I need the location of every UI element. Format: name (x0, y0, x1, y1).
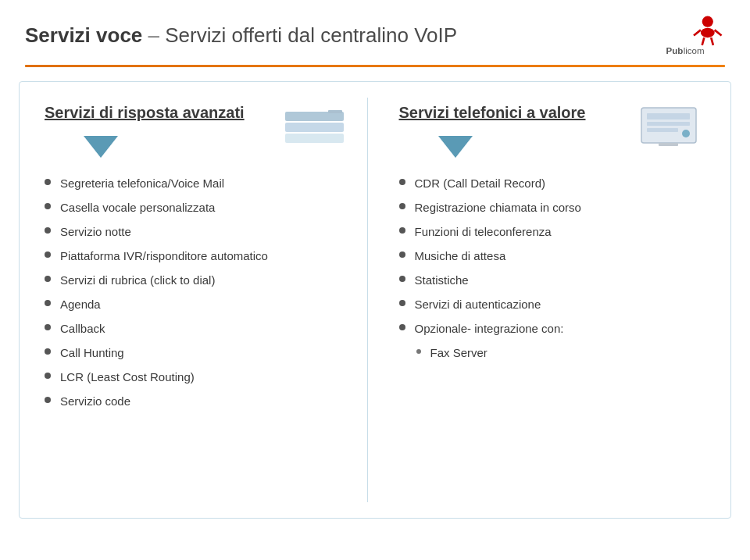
list-item: LCR (Least Cost Routing) (45, 369, 352, 385)
list-item: Agenda (45, 296, 352, 312)
bullet-icon (399, 251, 405, 258)
bullet-icon (45, 300, 51, 306)
left-column: Servizi di risposta avanzati (45, 98, 368, 502)
bullet-icon (45, 397, 51, 403)
list-item: Piattaforma IVR/risponditore automatico (45, 248, 352, 264)
right-top: Servizi telefonici a valore (399, 98, 706, 172)
right-section-heading: Servizi telefonici a valore (399, 104, 620, 122)
left-arrow-wrapper (68, 136, 266, 158)
left-arrow-down (84, 136, 118, 158)
svg-rect-11 (328, 110, 342, 113)
svg-text:Pub: Pub (666, 47, 683, 56)
right-bullet-list: CDR (Call Detail Record) Registrazione c… (399, 175, 706, 361)
page-header: Servizi voce – Servizi offerti dal centr… (0, 0, 750, 65)
svg-text:licom: licom (684, 47, 705, 56)
bullet-icon (399, 300, 405, 306)
left-header-group: Servizi di risposta avanzati (45, 98, 266, 172)
bullet-icon (45, 348, 51, 355)
left-top: Servizi di risposta avanzati (45, 98, 352, 172)
list-item: Casella vocale personalizzata (45, 199, 352, 216)
svg-line-5 (711, 37, 713, 45)
bullet-icon-small (416, 349, 421, 354)
bullet-icon (399, 179, 405, 185)
title-rest: Servizi offerti dal centralino VoIP (165, 23, 457, 47)
svg-line-4 (702, 37, 705, 45)
right-header-group: Servizi telefonici a valore (399, 98, 620, 172)
right-arrow-down (438, 136, 473, 158)
svg-point-16 (682, 130, 690, 137)
list-item: Funzioni di teleconferenza (399, 223, 706, 240)
left-device-image (281, 104, 352, 151)
bullet-icon (399, 324, 405, 330)
bullet-icon (45, 203, 51, 209)
logo: Pub licom (662, 14, 725, 57)
svg-line-3 (715, 30, 722, 35)
list-item: Callback (45, 320, 352, 337)
svg-rect-14 (647, 122, 690, 126)
list-item: Musiche di attesa (399, 248, 706, 264)
list-item: Statistiche (399, 272, 706, 288)
list-item: Servizi di autenticazione (399, 296, 706, 312)
bullet-icon (45, 227, 51, 234)
right-arrow-wrapper (423, 136, 620, 158)
bullet-icon (45, 373, 51, 379)
left-bullet-list: Segreteria telefonica/Voice Mail Casella… (45, 175, 352, 409)
svg-rect-9 (285, 123, 344, 132)
list-item: Opzionale- integrazione con: (399, 320, 706, 337)
list-item: CDR (Call Detail Record) (399, 175, 706, 191)
list-item: Servizio code (45, 393, 352, 409)
list-item-fax-server: Fax Server (416, 344, 706, 361)
svg-rect-15 (647, 128, 678, 132)
list-item: Registrazione chiamata in corso (399, 199, 706, 216)
list-item-call-hunting: Call Hunting (45, 344, 352, 361)
bullet-icon (399, 276, 405, 282)
svg-rect-13 (647, 113, 690, 119)
header-divider (25, 65, 725, 67)
bullet-icon (45, 251, 51, 258)
bullet-icon (45, 324, 51, 330)
list-item: Servizi di rubrica (click to dial) (45, 272, 352, 288)
bullet-icon (45, 179, 51, 185)
svg-rect-17 (659, 143, 678, 146)
title-dash: – (148, 23, 159, 47)
right-device-image (635, 104, 705, 151)
publicom-logo-svg: Pub licom (662, 14, 725, 57)
svg-point-0 (702, 16, 713, 27)
bullet-icon (45, 276, 51, 282)
list-item: Segreteria telefonica/Voice Mail (45, 175, 352, 191)
svg-line-2 (694, 30, 701, 35)
bullet-icon (399, 203, 405, 209)
svg-rect-10 (285, 134, 344, 143)
page-title: Servizi voce – Servizi offerti dal centr… (25, 23, 457, 48)
main-content: Servizi di risposta avanzati (19, 81, 731, 519)
svg-point-1 (701, 28, 715, 37)
right-column: Servizi telefonici a valore (368, 98, 706, 502)
left-section-heading: Servizi di risposta avanzati (45, 104, 266, 122)
title-bold: Servizi voce (25, 23, 142, 47)
bullet-icon (399, 227, 405, 234)
list-item: Servizio notte (45, 223, 352, 240)
